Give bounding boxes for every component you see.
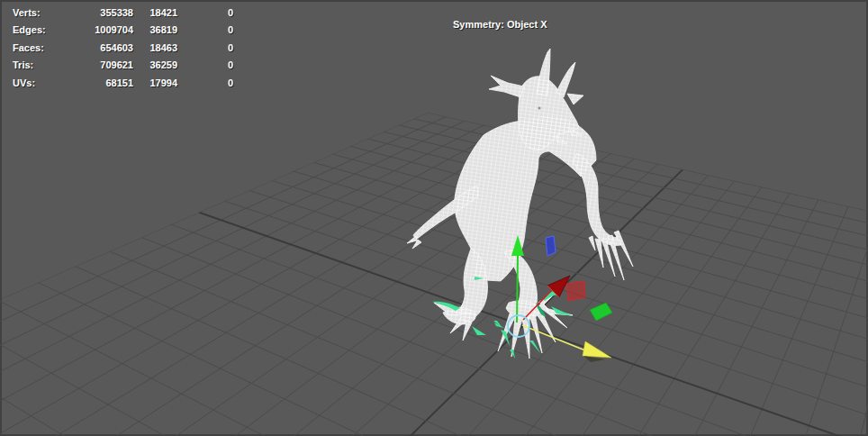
manipulator-yz-plane-handle[interactable] — [566, 281, 585, 301]
manipulator-xz-plane-handle[interactable] — [590, 303, 612, 321]
manipulator-z-cone[interactable] — [583, 341, 611, 358]
ground-grid — [0, 113, 868, 436]
creature-eye — [538, 107, 541, 110]
manipulator-y-axis-handle[interactable] — [517, 256, 518, 322]
manipulator-xy-plane-handle[interactable] — [546, 236, 556, 256]
3d-viewport[interactable]: Verts: 355338 18421 0 Edges: 1009704 368… — [0, 0, 868, 436]
manipulator-z-axis-handle-selected[interactable] — [522, 325, 585, 350]
scene-canvas — [0, 0, 868, 436]
